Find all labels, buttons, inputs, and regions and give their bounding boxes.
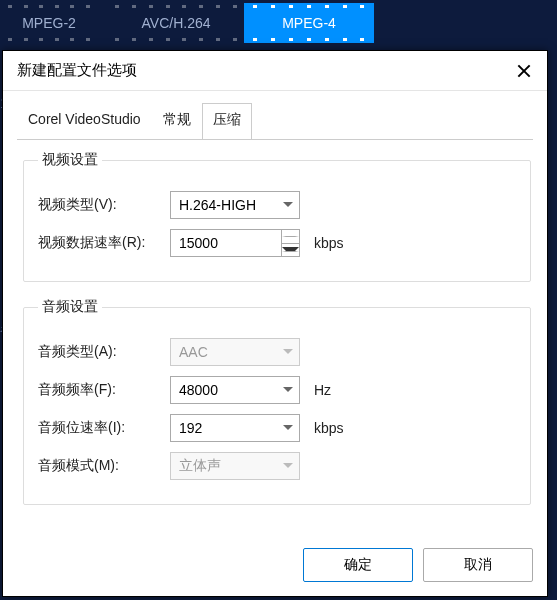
video-rate-unit: kbps — [314, 235, 344, 251]
audio-settings-group: 音频设置 音频类型(A): AAC 音频频率(F): 48000 Hz 音频位速… — [23, 298, 531, 505]
format-tab-label: MPEG-2 — [18, 15, 80, 31]
audio-freq-label: 音频频率(F): — [38, 381, 170, 399]
video-rate-value: 15000 — [179, 235, 218, 251]
audio-mode-label: 音频模式(M): — [38, 457, 170, 475]
audio-type-value: AAC — [179, 344, 208, 360]
profile-options-dialog: 新建配置文件选项 Corel VideoStudio 常规 压缩 视频设置 视频… — [2, 50, 548, 597]
chevron-down-icon — [283, 463, 293, 469]
audio-bitrate-select[interactable]: 192 — [170, 414, 300, 442]
audio-bitrate-unit: kbps — [314, 420, 344, 436]
format-tab-label: AVC/H.264 — [124, 15, 228, 31]
spin-up-button[interactable] — [282, 230, 299, 244]
spin-down-button[interactable] — [282, 244, 299, 257]
video-rate-label: 视频数据速率(R): — [38, 234, 170, 252]
video-type-value: H.264-HIGH — [179, 197, 256, 213]
audio-bitrate-value: 192 — [179, 420, 202, 436]
tab-compress[interactable]: 压缩 — [202, 103, 252, 139]
chevron-down-icon — [283, 387, 293, 393]
format-tab-mpeg4[interactable]: MPEG-4 — [244, 3, 374, 43]
triangle-up-icon — [282, 236, 299, 237]
chevron-down-icon — [283, 425, 293, 431]
video-legend: 视频设置 — [38, 151, 102, 169]
chevron-down-icon — [283, 349, 293, 355]
format-tab-avc[interactable]: AVC/H.264 — [106, 3, 246, 43]
tab-underline — [17, 139, 533, 140]
ok-button[interactable]: 确定 — [303, 548, 413, 582]
audio-legend: 音频设置 — [38, 298, 102, 316]
audio-type-select: AAC — [170, 338, 300, 366]
audio-bitrate-label: 音频位速率(I): — [38, 419, 170, 437]
dialog-title: 新建配置文件选项 — [17, 61, 137, 80]
video-settings-group: 视频设置 视频类型(V): H.264-HIGH 视频数据速率(R): 1500… — [23, 151, 531, 282]
format-tab-mpeg2[interactable]: MPEG-2 — [0, 3, 98, 43]
video-rate-input[interactable]: 15000 — [170, 229, 300, 257]
audio-freq-select[interactable]: 48000 — [170, 376, 300, 404]
video-type-label: 视频类型(V): — [38, 196, 170, 214]
tab-general[interactable]: 常规 — [152, 103, 202, 139]
audio-freq-value: 48000 — [179, 382, 218, 398]
format-tab-label: MPEG-4 — [262, 15, 356, 31]
chevron-down-icon — [283, 202, 293, 208]
titlebar: 新建配置文件选项 — [3, 51, 547, 91]
audio-mode-select: 立体声 — [170, 452, 300, 480]
tab-content: 视频设置 视频类型(V): H.264-HIGH 视频数据速率(R): 1500… — [3, 139, 547, 538]
close-icon[interactable] — [515, 61, 535, 81]
tab-corel[interactable]: Corel VideoStudio — [17, 103, 152, 139]
video-type-select[interactable]: H.264-HIGH — [170, 191, 300, 219]
triangle-down-icon — [282, 247, 299, 252]
dialog-tabs: Corel VideoStudio 常规 压缩 — [3, 91, 547, 139]
audio-type-label: 音频类型(A): — [38, 343, 170, 361]
cancel-button[interactable]: 取消 — [423, 548, 533, 582]
dialog-footer: 确定 取消 — [3, 538, 547, 596]
format-tabs: MPEG-2 AVC/H.264 MPEG-4 — [0, 0, 557, 45]
audio-mode-value: 立体声 — [179, 457, 221, 475]
audio-freq-unit: Hz — [314, 382, 331, 398]
